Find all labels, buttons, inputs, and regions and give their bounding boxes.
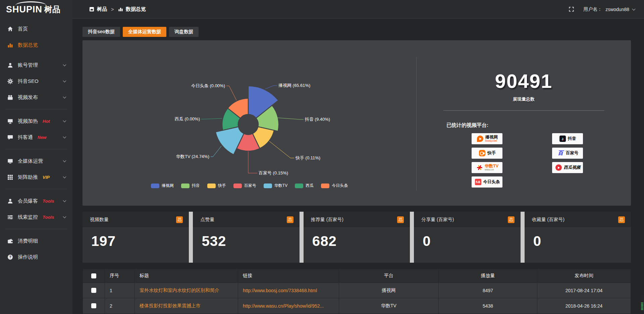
platform-badge-快手: 快手 bbox=[472, 148, 502, 159]
pie-label: 华数TV (24.74%) bbox=[176, 154, 209, 159]
stat-card-header: 收藏量 (百家号) 总 bbox=[525, 212, 631, 228]
home-icon bbox=[7, 26, 13, 32]
sidebar-item-wallet[interactable]: 消费明细 bbox=[0, 233, 72, 249]
total-badge[interactable]: 总 bbox=[397, 216, 404, 223]
username-label: 用户名： bbox=[583, 6, 602, 12]
xg-logo-icon bbox=[555, 164, 562, 171]
legend-item-华数TV[interactable]: 华数TV bbox=[264, 183, 287, 189]
tab[interactable]: 抖音seo数据 bbox=[83, 27, 120, 37]
chevron-down-icon bbox=[63, 63, 66, 66]
sidebar-divider bbox=[5, 109, 67, 109]
sidebar-item-label: 抖客通 bbox=[18, 134, 33, 141]
total-badge[interactable]: 总 bbox=[287, 216, 293, 223]
username-value[interactable]: zswodun88 bbox=[605, 7, 629, 12]
total-badge[interactable]: 总 bbox=[508, 216, 515, 223]
legend-item-西瓜[interactable]: 西瓜 bbox=[295, 183, 314, 189]
video-title-link[interactable]: 室外水纹灯和室内水纹灯的区别和简介 bbox=[135, 283, 238, 298]
sidebar-item-gear[interactable]: 抖音SEO bbox=[0, 73, 72, 89]
sidebar-item-video[interactable]: 视频发布 bbox=[0, 89, 72, 105]
ks-logo-icon bbox=[478, 149, 486, 157]
legend-swatch bbox=[181, 184, 190, 188]
logo-arc bbox=[15, 1, 46, 5]
stat-card-label: 收藏量 (百家号) bbox=[532, 217, 565, 223]
sidebar-item-help[interactable]: 操作说明 bbox=[0, 249, 72, 265]
table-row: 2楼体投影灯投影效果震撼上市http://www.wasu.cn/Play/sh… bbox=[83, 298, 631, 314]
tab[interactable]: 询盘数据 bbox=[169, 27, 199, 37]
stat-card-label: 分享量 (百家号) bbox=[421, 217, 454, 223]
summary-divider bbox=[443, 110, 604, 111]
platform-subtext: boosj.com bbox=[485, 140, 497, 142]
pie-label-line bbox=[265, 86, 277, 89]
stat-card: 点赞量 总 532 bbox=[193, 212, 299, 263]
publish-time-cell: 2018-04-26 16:24 bbox=[537, 298, 631, 314]
legend-item-百家号[interactable]: 百家号 bbox=[233, 183, 256, 189]
screen-icon bbox=[7, 118, 13, 124]
chevron-down-icon[interactable] bbox=[632, 7, 636, 10]
logo-text-en: SHUPIN bbox=[6, 4, 42, 15]
gear-icon bbox=[7, 78, 13, 84]
plays-cell: 5438 bbox=[439, 298, 537, 314]
sidebar-item-chat[interactable]: 抖客通 New bbox=[0, 129, 72, 145]
row-index: 2 bbox=[105, 298, 135, 314]
video-url-link[interactable]: http://www.boosj.com/7338468.html bbox=[238, 283, 339, 298]
app-icon bbox=[89, 7, 94, 12]
sidebar-item-sliders[interactable]: 线索监控 Tools bbox=[0, 209, 72, 225]
legend-item-今日头条[interactable]: 今日头条 bbox=[321, 183, 348, 189]
pie-label-line bbox=[248, 151, 257, 173]
platform-badge-西瓜视频: 西瓜视频 bbox=[552, 162, 583, 173]
rose-pie-chart: 播视网 (65.61%)抖音 (9.40%)快手 (0.11%)百家号 (0.1… bbox=[83, 40, 416, 206]
stat-card-header: 分享量 (百家号) 总 bbox=[414, 212, 520, 228]
breadcrumb-root[interactable]: 树品 bbox=[97, 6, 107, 12]
chevron-down-icon bbox=[63, 119, 66, 122]
video-url-link[interactable]: http://www.wasu.cn/Play/show/id/952... bbox=[238, 298, 339, 314]
wasu-logo-icon bbox=[476, 164, 483, 171]
row-checkbox[interactable] bbox=[91, 288, 96, 293]
platform-badge-抖音: ♪ 抖音 bbox=[552, 133, 583, 144]
wallet-icon bbox=[7, 238, 13, 244]
sidebar-item-screen[interactable]: 视频加热 Hot bbox=[0, 113, 72, 129]
platform-cell: 播视网 bbox=[339, 283, 439, 298]
pie-slice-华数TV[interactable] bbox=[215, 127, 244, 155]
total-badge[interactable]: 总 bbox=[176, 216, 183, 223]
chart-panel: 播视网 (65.61%)抖音 (9.40%)快手 (0.11%)百家号 (0.1… bbox=[83, 40, 631, 206]
sidebar-item-grid[interactable]: 矩阵助推 VIP bbox=[0, 169, 72, 185]
sidebar-item-home[interactable]: 首页 bbox=[0, 21, 72, 37]
video-title-link[interactable]: 楼体投影灯投影效果震撼上市 bbox=[135, 298, 238, 314]
breadcrumb-current[interactable]: 数据总览 bbox=[126, 6, 146, 12]
row-checkbox[interactable] bbox=[91, 303, 96, 308]
fullscreen-icon[interactable] bbox=[569, 7, 574, 12]
platform-badge-今日头条: 头条 今日头条 bbox=[472, 176, 502, 188]
video-icon bbox=[7, 95, 13, 100]
sidebar-item-monitor[interactable]: 全媒体运营 bbox=[0, 153, 72, 169]
sidebar-divider bbox=[5, 189, 67, 189]
sidebar-item-user[interactable]: 会员爆客 Tools bbox=[0, 193, 72, 209]
legend-item-抖音[interactable]: 抖音 bbox=[181, 183, 200, 189]
app-logo[interactable]: SHUPIN 树品 bbox=[0, 0, 72, 19]
legend-swatch bbox=[233, 184, 242, 188]
floating-widget[interactable] bbox=[640, 293, 644, 311]
platform-badge-百家号: 百 百家号 bbox=[552, 148, 583, 159]
stat-card-value: 0 bbox=[414, 228, 520, 249]
legend-item-播视网[interactable]: 播视网 bbox=[151, 183, 174, 189]
pie-label: 快手 (0.11%) bbox=[295, 155, 320, 160]
sidebar-item-label: 账号管理 bbox=[18, 62, 38, 68]
tab[interactable]: 全媒体运营数据 bbox=[123, 27, 166, 37]
sidebar-item-chart[interactable]: 数据总览 bbox=[0, 37, 72, 53]
chevron-down-icon bbox=[63, 79, 66, 82]
select-all-checkbox[interactable] bbox=[91, 273, 96, 278]
grid-icon bbox=[7, 174, 13, 180]
total-badge[interactable]: 总 bbox=[618, 216, 625, 223]
platform-name: 抖音 bbox=[568, 137, 576, 141]
legend-label: 播视网 bbox=[162, 183, 174, 189]
pie-label-line bbox=[277, 118, 304, 119]
sidebar-item-label: 视频加热 bbox=[18, 118, 38, 124]
legend-item-快手[interactable]: 快手 bbox=[207, 183, 226, 189]
bjh-logo-icon: 百 bbox=[557, 149, 565, 157]
sidebar-item-user[interactable]: 账号管理 bbox=[0, 57, 72, 73]
stat-card-header: 推荐量 (百家号) 总 bbox=[304, 212, 410, 228]
legend-label: 快手 bbox=[218, 183, 226, 189]
sidebar-item-tag: Tools bbox=[43, 199, 54, 204]
plays-cell: 8497 bbox=[439, 283, 537, 298]
legend-swatch bbox=[321, 184, 329, 188]
data-tabs: 抖音seo数据全媒体运营数据询盘数据 bbox=[83, 27, 631, 37]
